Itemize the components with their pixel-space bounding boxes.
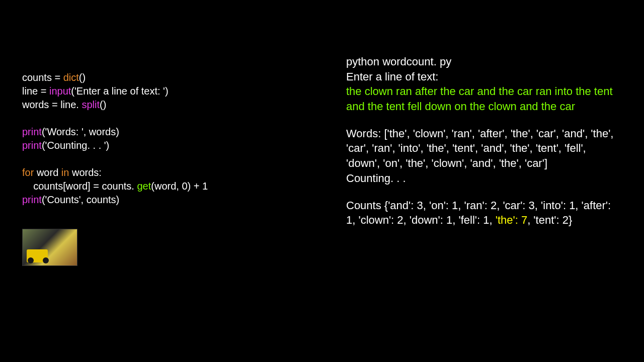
code-keyword-dict: dict — [63, 72, 79, 83]
photo-clown-car — [22, 229, 77, 266]
output-command: python wordcount. py — [346, 54, 618, 69]
output-block-2: Words: ['the', 'clown', 'ran', 'after', … — [346, 126, 618, 186]
output-prompt: Enter a line of text: — [346, 69, 618, 84]
code-keyword-print: print — [22, 140, 42, 151]
code-keyword-input: input — [49, 85, 71, 97]
code-keyword-print: print — [22, 194, 42, 205]
code-text: words: — [69, 167, 101, 178]
output-words: Words: ['the', 'clown', 'ran', 'after', … — [346, 126, 618, 171]
output-column: python wordcount. py Enter a line of tex… — [346, 54, 618, 228]
code-text: (word, 0) + 1 — [151, 180, 208, 192]
code-text: word — [34, 167, 61, 178]
output-block-3: Counts {'and': 3, 'on': 1, 'ran': 2, 'ca… — [346, 198, 618, 228]
code-text: counts[word] = counts. — [22, 180, 137, 192]
code-text: line = — [22, 85, 49, 97]
code-text: words = line. — [22, 99, 82, 110]
code-text: ('Counts', counts) — [42, 194, 119, 205]
code-text: counts = — [22, 72, 63, 83]
slide: counts = dict() line = input('Enter a li… — [0, 0, 644, 362]
code-column: counts = dict() line = input('Enter a li… — [22, 71, 304, 207]
code-text: ('Counting. . . ') — [42, 140, 109, 151]
code-text: () — [100, 99, 106, 110]
code-text: ('Words: ', words) — [42, 126, 119, 137]
code-keyword-print: print — [22, 126, 42, 137]
code-text: () — [79, 72, 86, 83]
code-keyword-get: get — [137, 180, 151, 192]
code-keyword-for: for — [22, 167, 34, 178]
output-block-1: python wordcount. py Enter a line of tex… — [346, 54, 618, 114]
code-block: counts = dict() line = input('Enter a li… — [22, 71, 304, 207]
output-user-input: the clown ran after the car and the car … — [346, 84, 618, 114]
output-counts-b: , 'tent': 2} — [527, 214, 572, 226]
code-text: ('Enter a line of text: ') — [71, 85, 168, 97]
code-keyword-split: split — [82, 99, 100, 110]
code-keyword-in: in — [61, 167, 69, 178]
output-counting: Counting. . . — [346, 171, 618, 186]
output-counts-highlight: 'the': 7 — [496, 214, 527, 226]
